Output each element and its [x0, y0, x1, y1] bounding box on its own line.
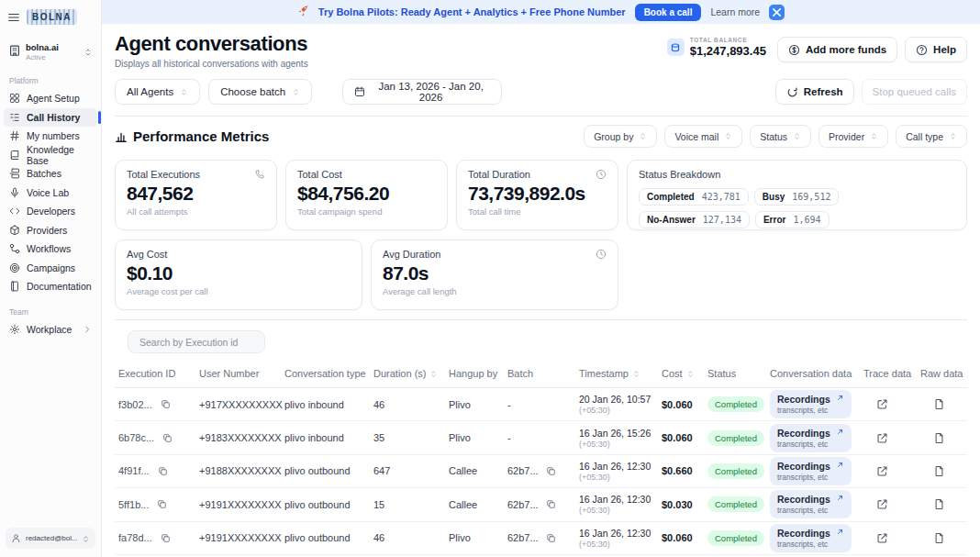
- filter-call-type[interactable]: Call type: [896, 125, 967, 148]
- sidebar-item-call-history[interactable]: Call History: [4, 108, 97, 128]
- copy-icon[interactable]: [161, 533, 171, 543]
- sort-icon[interactable]: [686, 370, 695, 378]
- date-range-picker[interactable]: Jan 13, 2026 - Jan 20, 2026: [342, 79, 502, 105]
- batches-icon: [9, 168, 20, 179]
- arrow-up-right-icon: [836, 528, 844, 536]
- balance-value: $1,247,893.45: [690, 44, 766, 58]
- help-button[interactable]: Help: [905, 37, 967, 62]
- table-row: 4f91f... +9188XXXXXXXX plivo outbound 64…: [115, 455, 967, 488]
- copy-icon[interactable]: [157, 499, 167, 509]
- cost: $0.060: [658, 399, 704, 410]
- status-badge: Completed: [707, 463, 764, 479]
- learn-more-link[interactable]: Learn more: [710, 6, 760, 17]
- execution-id: 6b78c...: [118, 432, 154, 443]
- filter-group-by[interactable]: Group by: [584, 125, 657, 148]
- trace-data-button[interactable]: [876, 498, 888, 510]
- filter-voice-mail[interactable]: Voice mail: [664, 125, 742, 148]
- metrics-filters: Group byVoice mailStatusProviderCall typ…: [584, 125, 967, 148]
- cost: $0.660: [658, 465, 704, 476]
- chevron-updown-icon: [292, 88, 300, 96]
- total-cost-card: Total Cost $84,756.20 Total campaign spe…: [285, 160, 448, 230]
- stop-queued-calls-button[interactable]: Stop queued calls: [862, 79, 967, 105]
- timestamp: 16 Jan 26, 12:30: [579, 494, 658, 505]
- status-breakdown-card: Status Breakdown Completed423,781Busy169…: [627, 160, 967, 230]
- sidebar-item-campaigns[interactable]: Campaigns: [4, 259, 97, 278]
- column-header-cost: Cost: [658, 368, 704, 379]
- user-account-button[interactable]: redacted@bol...: [6, 528, 95, 549]
- sidebar-item-voice-lab[interactable]: Voice Lab: [4, 184, 97, 203]
- sidebar: BOLNA bolna.ai Active Platform Agent Set…: [0, 0, 102, 557]
- mic-icon: [9, 187, 20, 198]
- sort-icon[interactable]: [632, 370, 640, 378]
- sidebar-item-label: Providers: [27, 225, 67, 236]
- arrow-up-right-icon: [836, 461, 844, 469]
- copy-icon[interactable]: [546, 466, 556, 476]
- copy-icon[interactable]: [546, 533, 556, 543]
- raw-data-button[interactable]: [933, 432, 945, 444]
- recordings-button[interactable]: Recordingstranscripts, etc: [770, 457, 852, 485]
- status-badge: Completed: [707, 430, 764, 446]
- recordings-button[interactable]: Recordingstranscripts, etc: [770, 390, 852, 418]
- calendar-icon: [354, 86, 365, 97]
- batch-id: 62b7...: [507, 532, 539, 543]
- batch-filter-dropdown[interactable]: Choose batch: [208, 79, 312, 105]
- sidebar-item-agent-setup[interactable]: Agent Setup: [4, 89, 97, 108]
- book-a-call-button[interactable]: Book a call: [635, 4, 702, 21]
- team-section-label: Team: [9, 307, 101, 317]
- total-executions-value: 847,562: [127, 183, 265, 205]
- sidebar-item-label: My numbers: [27, 130, 80, 141]
- grid-icon: [9, 93, 20, 104]
- raw-data-button[interactable]: [933, 498, 945, 510]
- duration: 46: [370, 399, 445, 410]
- filter-status[interactable]: Status: [750, 125, 811, 148]
- copy-icon[interactable]: [546, 499, 556, 509]
- status-chip-error: Error1,694: [755, 211, 830, 228]
- wallet-icon: [667, 39, 685, 56]
- add-more-funds-button[interactable]: Add more funds: [777, 37, 897, 62]
- table-header: Execution IDUser NumberConversation type…: [115, 363, 967, 388]
- sort-icon[interactable]: [429, 370, 438, 378]
- hangup-by: Plivo: [445, 432, 504, 443]
- copy-icon[interactable]: [158, 466, 168, 476]
- sidebar-item-workflows[interactable]: Workflows: [4, 240, 97, 259]
- table-row: fa78d... +9191XXXXXXXX plivo outbound 46…: [115, 522, 967, 555]
- trace-data-button[interactable]: [876, 465, 888, 477]
- sidebar-item-documentation[interactable]: Documentation: [4, 277, 97, 296]
- sidebar-item-label: Knowledge Base: [27, 144, 92, 166]
- trace-data-button[interactable]: [876, 532, 888, 544]
- trace-data-button[interactable]: [876, 398, 888, 410]
- sidebar-item-workplace[interactable]: Workplace: [4, 320, 97, 340]
- column-header-raw-data: Raw data: [917, 368, 967, 379]
- trace-data-button[interactable]: [876, 432, 888, 444]
- filter-provider[interactable]: Provider: [819, 125, 888, 148]
- sidebar-item-providers[interactable]: Providers: [4, 221, 97, 240]
- banner-close-button[interactable]: [769, 5, 785, 20]
- search-input[interactable]: [128, 330, 265, 353]
- sidebar-item-my-numbers[interactable]: My numbers: [4, 127, 97, 146]
- timezone: (+05:30): [579, 406, 658, 415]
- column-header-timestamp: Timestamp: [575, 368, 658, 379]
- execution-id: 4f91f...: [118, 465, 150, 476]
- copy-icon[interactable]: [162, 433, 173, 443]
- status-badge: Completed: [707, 396, 764, 412]
- raw-data-button[interactable]: [933, 465, 945, 477]
- user-number: +917XXXXXXXXX: [195, 399, 281, 410]
- raw-data-button[interactable]: [933, 532, 945, 544]
- hangup-by: Callee: [445, 465, 504, 476]
- recordings-button[interactable]: Recordingstranscripts, etc: [770, 524, 852, 552]
- cost: $0.060: [658, 432, 704, 443]
- refresh-button[interactable]: Refresh: [775, 79, 854, 105]
- raw-data-button[interactable]: [933, 398, 945, 410]
- recordings-button[interactable]: Recordingstranscripts, etc: [770, 490, 852, 518]
- recordings-button[interactable]: Recordingstranscripts, etc: [770, 424, 852, 452]
- table-row: f3b02... +917XXXXXXXXX plivo inbound 46 …: [115, 388, 967, 421]
- status-chip-no-answer: No-Answer127,134: [639, 211, 750, 228]
- bar-chart-icon: [115, 130, 128, 143]
- sidebar-item-knowledge-base[interactable]: Knowledge Base: [4, 146, 97, 165]
- copy-icon[interactable]: [161, 399, 171, 409]
- menu-icon[interactable]: [7, 11, 20, 24]
- sidebar-item-developers[interactable]: Developers: [4, 202, 97, 221]
- agents-filter-dropdown[interactable]: All Agents: [115, 79, 200, 105]
- workspace-selector[interactable]: bolna.ai Active: [6, 39, 95, 65]
- sidebar-item-batches[interactable]: Batches: [4, 164, 97, 184]
